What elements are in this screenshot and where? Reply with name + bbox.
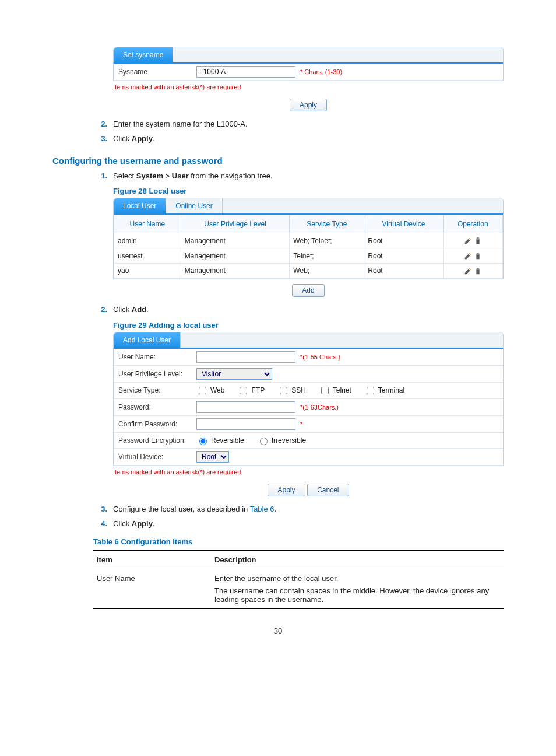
cell-virtual-device: Root: [364, 249, 443, 264]
table-6-caption: Table 6 Configuration items: [93, 537, 504, 546]
tab-online-user[interactable]: Online User: [166, 198, 222, 214]
step-3: 3.Click Apply.: [93, 133, 504, 145]
delete-icon[interactable]: [474, 267, 482, 275]
figure-29-caption: Figure 29 Adding a local user: [113, 321, 504, 330]
step-1-nav: 1.Select System > User from the navigati…: [93, 170, 504, 183]
cell-username: yao: [114, 264, 181, 279]
local-user-table: User Name User Privilege Level Service T…: [114, 215, 503, 278]
tab-local-user[interactable]: Local User: [114, 198, 166, 214]
table-row: yaoManagementWeb;Root: [114, 264, 503, 279]
col-operation: Operation: [443, 215, 502, 233]
set-sysname-panel: Set sysname Sysname * Chars. (1-30): [113, 47, 504, 81]
username-label: User Name:: [114, 349, 193, 365]
add-button[interactable]: Add: [292, 284, 324, 297]
step-2: 2.Enter the system name for the L1000-A.: [93, 118, 504, 131]
delete-icon[interactable]: [474, 236, 482, 244]
privilege-label: User Privilege Level:: [114, 366, 193, 382]
delete-icon[interactable]: [474, 251, 482, 260]
sysname-label: Sysname: [114, 64, 193, 79]
cell-virtual-device: Root: [364, 233, 443, 249]
edit-icon[interactable]: [464, 251, 472, 260]
cfg-col-item: Item: [93, 550, 211, 569]
step-4b: 4.Click Apply.: [93, 518, 504, 530]
confirm-password-label: Confirm Password:: [114, 416, 193, 432]
password-label: Password:: [114, 400, 193, 415]
sysname-input[interactable]: [196, 66, 295, 78]
cell-privilege: Management: [181, 233, 290, 249]
virtual-device-select[interactable]: Root: [196, 451, 229, 463]
col-virtual-device[interactable]: Virtual Device: [364, 215, 443, 233]
cancel-button[interactable]: Cancel: [307, 484, 349, 496]
sysname-hint: * Chars. (1-30): [300, 68, 342, 75]
cell-privilege: Management: [181, 249, 290, 264]
encryption-label: Password Encryption:: [114, 433, 193, 448]
cell-privilege: Management: [181, 264, 290, 279]
sysname-asterisk-note: Items marked with an asterisk(*) are req…: [113, 83, 504, 90]
chk-telnet[interactable]: Telnet: [319, 385, 351, 396]
local-user-panel: Local User Online User User Name User Pr…: [113, 198, 504, 279]
edit-icon[interactable]: [464, 236, 472, 244]
col-privilege[interactable]: User Privilege Level: [181, 215, 290, 233]
chk-terminal[interactable]: Terminal: [364, 385, 404, 396]
config-items-table: Item Description User Name Enter the use…: [93, 550, 504, 609]
add-local-user-panel: Add Local User User Name: *(1-55 Chars.)…: [113, 332, 504, 466]
radio-reversible[interactable]: Reversible: [196, 436, 244, 445]
step-2b: 2.Click Add.: [93, 304, 504, 316]
radio-irreversible[interactable]: Irreversible: [257, 436, 306, 445]
heading-configuring-username: Configuring the username and password: [52, 156, 504, 166]
service-type-label: Service Type:: [114, 383, 193, 398]
col-service-type[interactable]: Service Type: [290, 215, 364, 233]
username-input[interactable]: [196, 351, 295, 363]
cell-service: Web; Telnet;: [290, 233, 364, 249]
username-hint: *(1-55 Chars.): [300, 354, 340, 360]
figure-28-caption: Figure 28 Local user: [113, 187, 504, 195]
step-3b: 3.Configure the local user, as described…: [93, 503, 504, 516]
table-row: adminManagementWeb; Telnet;Root: [114, 233, 503, 249]
cfg-item-username: User Name: [93, 569, 211, 608]
tab-set-sysname[interactable]: Set sysname: [114, 47, 173, 62]
page-number: 30: [52, 626, 504, 635]
add-asterisk-note: Items marked with an asterisk(*) are req…: [113, 468, 504, 475]
password-input[interactable]: [196, 401, 295, 413]
password-hint: *(1-63Chars.): [300, 404, 339, 411]
chk-ftp[interactable]: FTP: [237, 385, 265, 396]
apply-button[interactable]: Apply: [290, 99, 327, 111]
cell-service: Web;: [290, 264, 364, 279]
confirm-password-input[interactable]: [196, 418, 295, 430]
apply-button-2[interactable]: Apply: [268, 484, 305, 496]
virtual-device-label: Virtual Device:: [114, 449, 193, 464]
edit-icon[interactable]: [464, 267, 472, 275]
tab-add-local-user[interactable]: Add Local User: [114, 332, 181, 348]
sysname-tabbar: Set sysname: [114, 47, 503, 62]
table-row: usertestManagementTelnet;Root: [114, 249, 503, 264]
cell-username: usertest: [114, 249, 181, 264]
col-username[interactable]: User Name: [114, 215, 181, 233]
chk-ssh[interactable]: SSH: [277, 385, 306, 396]
cfg-desc-username: Enter the username of the local user. Th…: [211, 569, 504, 608]
cell-virtual-device: Root: [364, 264, 443, 279]
cfg-col-description: Description: [211, 550, 504, 569]
chk-web[interactable]: Web: [196, 385, 224, 396]
confirm-password-hint: *: [300, 421, 302, 428]
link-table6[interactable]: Table 6: [250, 505, 275, 513]
privilege-select[interactable]: Visitor: [196, 368, 272, 380]
cell-username: admin: [114, 233, 181, 249]
cell-service: Telnet;: [290, 249, 364, 264]
